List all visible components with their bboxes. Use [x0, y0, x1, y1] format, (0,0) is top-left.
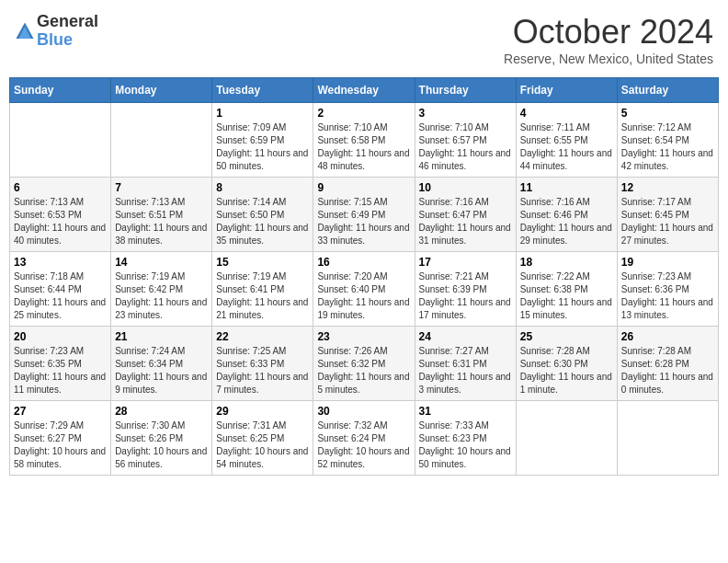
day-info: Sunrise: 7:31 AMSunset: 6:25 PMDaylight:… [216, 419, 309, 471]
day-info: Sunrise: 7:26 AMSunset: 6:32 PMDaylight:… [317, 345, 410, 396]
day-number: 25 [520, 330, 613, 343]
day-number: 1 [216, 107, 309, 120]
day-number: 9 [317, 181, 410, 194]
calendar-cell: 28Sunrise: 7:30 AMSunset: 6:26 PMDayligh… [111, 401, 212, 476]
weekday-header: Wednesday [313, 78, 415, 103]
day-number: 23 [317, 330, 410, 343]
day-info: Sunrise: 7:29 AMSunset: 6:27 PMDaylight:… [14, 419, 107, 471]
day-number: 14 [115, 256, 208, 269]
day-number: 18 [520, 256, 613, 269]
location-title: Reserve, New Mexico, United States [504, 52, 713, 66]
day-info: Sunrise: 7:32 AMSunset: 6:24 PMDaylight:… [317, 419, 410, 471]
day-number: 17 [419, 256, 512, 269]
calendar-cell: 23Sunrise: 7:26 AMSunset: 6:32 PMDayligh… [313, 327, 415, 401]
day-number: 12 [621, 181, 714, 194]
day-number: 3 [419, 107, 512, 120]
day-info: Sunrise: 7:12 AMSunset: 6:54 PMDaylight:… [621, 121, 714, 173]
logo-text-blue: Blue [37, 30, 73, 49]
logo: General Blue [15, 13, 98, 50]
calendar-cell: 27Sunrise: 7:29 AMSunset: 6:27 PMDayligh… [10, 401, 111, 476]
day-info: Sunrise: 7:16 AMSunset: 6:46 PMDaylight:… [520, 196, 613, 247]
day-number: 13 [14, 256, 107, 269]
day-info: Sunrise: 7:14 AMSunset: 6:50 PMDaylight:… [216, 196, 309, 247]
calendar-cell: 14Sunrise: 7:19 AMSunset: 6:42 PMDayligh… [111, 252, 212, 327]
calendar-cell: 29Sunrise: 7:31 AMSunset: 6:25 PMDayligh… [212, 401, 313, 476]
day-number: 8 [216, 181, 309, 194]
day-info: Sunrise: 7:30 AMSunset: 6:26 PMDaylight:… [115, 419, 208, 471]
calendar-cell: 25Sunrise: 7:28 AMSunset: 6:30 PMDayligh… [516, 327, 617, 401]
day-number: 20 [14, 330, 107, 343]
calendar-cell [516, 401, 617, 476]
day-number: 22 [216, 330, 309, 343]
logo-icon [15, 21, 35, 41]
calendar-cell: 10Sunrise: 7:16 AMSunset: 6:47 PMDayligh… [415, 178, 516, 252]
calendar-cell: 13Sunrise: 7:18 AMSunset: 6:44 PMDayligh… [10, 252, 111, 327]
calendar-cell [617, 401, 718, 476]
title-block: October 2024 Reserve, New Mexico, United… [504, 13, 713, 66]
day-number: 27 [14, 405, 107, 418]
day-number: 15 [216, 256, 309, 269]
day-number: 6 [14, 181, 107, 194]
day-info: Sunrise: 7:28 AMSunset: 6:28 PMDaylight:… [621, 345, 714, 396]
day-info: Sunrise: 7:22 AMSunset: 6:38 PMDaylight:… [520, 270, 613, 322]
day-info: Sunrise: 7:25 AMSunset: 6:33 PMDaylight:… [216, 345, 309, 396]
day-number: 29 [216, 405, 309, 418]
day-info: Sunrise: 7:15 AMSunset: 6:49 PMDaylight:… [317, 196, 410, 247]
calendar-cell [10, 103, 111, 178]
month-title: October 2024 [504, 13, 713, 52]
calendar-cell: 15Sunrise: 7:19 AMSunset: 6:41 PMDayligh… [212, 252, 313, 327]
day-number: 4 [520, 107, 613, 120]
calendar-cell: 31Sunrise: 7:33 AMSunset: 6:23 PMDayligh… [415, 401, 516, 476]
calendar-cell: 22Sunrise: 7:25 AMSunset: 6:33 PMDayligh… [212, 327, 313, 401]
calendar-cell: 11Sunrise: 7:16 AMSunset: 6:46 PMDayligh… [516, 178, 617, 252]
weekday-header: Thursday [415, 78, 516, 103]
day-info: Sunrise: 7:28 AMSunset: 6:30 PMDaylight:… [520, 345, 613, 396]
day-number: 19 [621, 256, 714, 269]
calendar-week-row: 27Sunrise: 7:29 AMSunset: 6:27 PMDayligh… [10, 401, 719, 476]
day-info: Sunrise: 7:09 AMSunset: 6:59 PMDaylight:… [216, 121, 309, 173]
calendar-week-row: 13Sunrise: 7:18 AMSunset: 6:44 PMDayligh… [10, 252, 719, 327]
day-number: 7 [115, 181, 208, 194]
day-number: 21 [115, 330, 208, 343]
calendar-cell: 3Sunrise: 7:10 AMSunset: 6:57 PMDaylight… [415, 103, 516, 178]
calendar-cell: 20Sunrise: 7:23 AMSunset: 6:35 PMDayligh… [10, 327, 111, 401]
calendar-cell: 6Sunrise: 7:13 AMSunset: 6:53 PMDaylight… [10, 178, 111, 252]
calendar-cell [111, 103, 212, 178]
day-number: 11 [520, 181, 613, 194]
calendar-cell: 30Sunrise: 7:32 AMSunset: 6:24 PMDayligh… [313, 401, 415, 476]
day-number: 16 [317, 256, 410, 269]
day-info: Sunrise: 7:19 AMSunset: 6:41 PMDaylight:… [216, 270, 309, 322]
calendar-cell: 5Sunrise: 7:12 AMSunset: 6:54 PMDaylight… [617, 103, 718, 178]
calendar-week-row: 1Sunrise: 7:09 AMSunset: 6:59 PMDaylight… [10, 103, 719, 178]
day-info: Sunrise: 7:10 AMSunset: 6:58 PMDaylight:… [317, 121, 410, 173]
weekday-header: Friday [516, 78, 617, 103]
logo-text-general: General [37, 12, 98, 30]
day-info: Sunrise: 7:24 AMSunset: 6:34 PMDaylight:… [115, 345, 208, 396]
day-info: Sunrise: 7:16 AMSunset: 6:47 PMDaylight:… [419, 196, 512, 247]
calendar-week-row: 20Sunrise: 7:23 AMSunset: 6:35 PMDayligh… [10, 327, 719, 401]
day-info: Sunrise: 7:27 AMSunset: 6:31 PMDaylight:… [419, 345, 512, 396]
page-header: General Blue October 2024 Reserve, New M… [9, 9, 719, 70]
day-info: Sunrise: 7:10 AMSunset: 6:57 PMDaylight:… [419, 121, 512, 173]
calendar-header-row: SundayMondayTuesdayWednesdayThursdayFrid… [10, 78, 719, 103]
calendar-cell: 7Sunrise: 7:13 AMSunset: 6:51 PMDaylight… [111, 178, 212, 252]
calendar-cell: 18Sunrise: 7:22 AMSunset: 6:38 PMDayligh… [516, 252, 617, 327]
day-number: 30 [317, 405, 410, 418]
calendar-cell: 9Sunrise: 7:15 AMSunset: 6:49 PMDaylight… [313, 178, 415, 252]
calendar-cell: 26Sunrise: 7:28 AMSunset: 6:28 PMDayligh… [617, 327, 718, 401]
weekday-header: Monday [111, 78, 212, 103]
day-info: Sunrise: 7:17 AMSunset: 6:45 PMDaylight:… [621, 196, 714, 247]
calendar-week-row: 6Sunrise: 7:13 AMSunset: 6:53 PMDaylight… [10, 178, 719, 252]
calendar-cell: 21Sunrise: 7:24 AMSunset: 6:34 PMDayligh… [111, 327, 212, 401]
day-number: 31 [419, 405, 512, 418]
calendar-cell: 8Sunrise: 7:14 AMSunset: 6:50 PMDaylight… [212, 178, 313, 252]
weekday-header: Tuesday [212, 78, 313, 103]
calendar-cell: 17Sunrise: 7:21 AMSunset: 6:39 PMDayligh… [415, 252, 516, 327]
calendar-cell: 24Sunrise: 7:27 AMSunset: 6:31 PMDayligh… [415, 327, 516, 401]
day-info: Sunrise: 7:18 AMSunset: 6:44 PMDaylight:… [14, 270, 107, 322]
day-info: Sunrise: 7:11 AMSunset: 6:55 PMDaylight:… [520, 121, 613, 173]
calendar-table: SundayMondayTuesdayWednesdayThursdayFrid… [9, 77, 719, 476]
day-info: Sunrise: 7:21 AMSunset: 6:39 PMDaylight:… [419, 270, 512, 322]
day-number: 24 [419, 330, 512, 343]
calendar-cell: 2Sunrise: 7:10 AMSunset: 6:58 PMDaylight… [313, 103, 415, 178]
